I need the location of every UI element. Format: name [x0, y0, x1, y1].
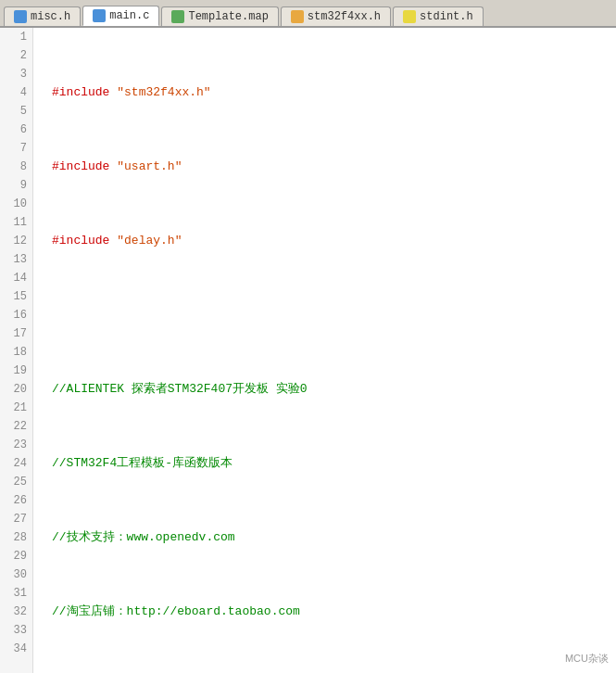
tab-label-template-map: Template.map [188, 10, 268, 23]
tab-label-misc-h: misc.h [31, 10, 70, 23]
ln-13: 13 [6, 250, 27, 269]
ln-31: 31 [6, 584, 27, 603]
ln-15: 15 [6, 287, 27, 306]
ln-29: 29 [6, 547, 27, 565]
ln-32: 32 [6, 603, 27, 621]
ln-1: 1 [6, 28, 27, 46]
ln-25: 25 [6, 473, 27, 491]
tab-misc-h[interactable]: misc.h [4, 6, 81, 26]
tab-label-stdint-h: stdint.h [420, 10, 473, 23]
tab-icon-misc-h [14, 10, 27, 23]
code-line-8: //淘宝店铺：http://eboard.taobao.com [37, 603, 612, 621]
ln-11: 11 [6, 213, 27, 232]
watermark: MCU杂谈 [565, 652, 609, 666]
ln-16: 16 [6, 306, 27, 324]
ln-27: 27 [6, 510, 27, 528]
ln-22: 22 [6, 417, 27, 436]
tab-icon-stm32f4xx-h [291, 10, 304, 23]
ln-12: 12 [6, 232, 27, 250]
ln-4: 4 [6, 83, 27, 102]
tab-icon-main-c [93, 9, 106, 22]
code-area[interactable]: #include "stm32f4xx.h" #include "usart.h… [33, 28, 616, 673]
tab-label-stm32f4xx-h: stm32f4xx.h [308, 10, 381, 23]
ln-21: 21 [6, 399, 27, 417]
ln-20: 20 [6, 380, 27, 399]
tab-icon-stdint-h [403, 10, 416, 23]
ln-19: 19 [6, 362, 27, 380]
ln-3: 3 [6, 65, 27, 83]
tab-template-map[interactable]: Template.map [161, 6, 278, 26]
tab-icon-template-map [171, 10, 184, 23]
tab-bar: misc.h main.c Template.map stm32f4xx.h s… [0, 0, 616, 28]
ln-7: 7 [6, 139, 27, 158]
ln-28: 28 [6, 528, 27, 547]
ln-8: 8 [6, 158, 27, 176]
ln-5: 5 [6, 102, 27, 121]
tab-label-main-c: main.c [109, 9, 149, 22]
code-line-6: //STM32F4工程模板-库函数版本 [37, 454, 612, 473]
line-numbers: 1 2 3 4 5 6 7 8 9 10 11 12 13 14 15 16 1… [0, 28, 33, 673]
ln-10: 10 [6, 195, 27, 213]
code-line-7: //技术支持：www.openedv.com [37, 528, 612, 547]
editor: 1 2 3 4 5 6 7 8 9 10 11 12 13 14 15 16 1… [0, 28, 616, 673]
code-line-5: //ALIENTEK 探索者STM32F407开发板 实验0 [37, 380, 612, 399]
ln-18: 18 [6, 343, 27, 362]
ln-33: 33 [6, 621, 27, 640]
code-line-1: #include "stm32f4xx.h" [37, 83, 612, 102]
ln-34: 34 [6, 640, 27, 658]
code-line-4 [37, 306, 612, 324]
ln-14: 14 [6, 269, 27, 287]
ln-2: 2 [6, 46, 27, 65]
code-line-2: #include "usart.h" [37, 158, 612, 176]
ln-30: 30 [6, 565, 27, 584]
tab-main-c[interactable]: main.c [82, 6, 159, 26]
tab-stdint-h[interactable]: stdint.h [393, 6, 484, 26]
ln-9: 9 [6, 176, 27, 195]
tab-stm32f4xx-h[interactable]: stm32f4xx.h [281, 6, 391, 26]
ln-24: 24 [6, 454, 27, 473]
ln-6: 6 [6, 121, 27, 139]
code-line-3: #include "delay.h" [37, 232, 612, 250]
ln-23: 23 [6, 436, 27, 454]
ln-17: 17 [6, 324, 27, 343]
ln-26: 26 [6, 491, 27, 510]
